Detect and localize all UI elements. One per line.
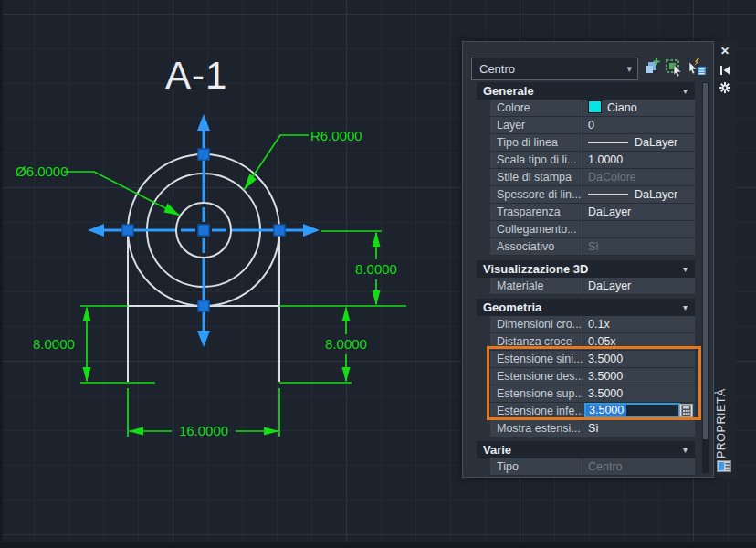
color-swatch-cyan (588, 100, 602, 113)
row-collegamento: Collegamento... (490, 221, 695, 238)
value-stile: DaColore (583, 169, 695, 185)
row-estensione-superiore: Estensione sup... 3.5000 (490, 385, 695, 403)
row-scala-tipo-linea: Scala tipo di li... 1.0000 (490, 152, 695, 169)
dim-label-diameter[interactable]: Ø6.0000 (16, 164, 68, 178)
lineweight-sample-icon (588, 194, 628, 195)
palette-properties-button[interactable] (717, 459, 732, 478)
panel-scrollbar-thumb[interactable] (703, 83, 708, 439)
pickadd-icon (644, 58, 661, 76)
quick-select-button[interactable] (688, 57, 708, 78)
section-header-generale[interactable]: Generale ▾ (477, 82, 695, 100)
quick-select-icon (688, 58, 707, 77)
select-objects-button[interactable] (665, 57, 685, 78)
calculator-button[interactable] (679, 404, 693, 417)
row-mostra-estensione: Mostra estensi... Sì (490, 420, 695, 437)
center-mark[interactable] (88, 114, 320, 347)
select-objects-icon (666, 58, 684, 77)
dimension-lines[interactable] (64, 135, 406, 437)
autohide-button[interactable] (714, 63, 736, 79)
autohide-pin-icon (719, 65, 730, 76)
value-materiale[interactable]: DaLayer (583, 278, 695, 294)
palette-tab-title[interactable]: PROPRIETÀ (715, 393, 735, 458)
viewport-bottom-edge (0, 542, 756, 548)
row-tipo: Tipo Centro (490, 458, 695, 476)
dim-label-radius[interactable]: R6.0000 (310, 129, 362, 142)
close-button[interactable]: ✕ (714, 44, 736, 60)
gear-icon (719, 81, 731, 94)
close-icon: ✕ (720, 45, 730, 58)
properties-palette-icon (717, 459, 732, 474)
value-estensione-sinistra[interactable]: 3.5000 (583, 351, 695, 367)
autocad-viewport: A-1 Ø6.0000 R6.0000 8.0000 8.0000 8.0000… (0, 0, 756, 548)
chevron-down-icon: ▾ (683, 299, 688, 316)
value-tipo: Centro (583, 458, 695, 475)
value-tipo-linea[interactable]: DaLayer (583, 134, 695, 151)
chevron-down-icon: ▾ (683, 441, 688, 458)
section-header-varie[interactable]: Varie ▾ (477, 441, 695, 458)
estensione-inferiore-input[interactable]: 3.5000 (584, 403, 680, 418)
row-layer: Layer 0 (490, 117, 695, 134)
palette-title-bar: ✕ PROPRIETÀ (714, 41, 736, 478)
chevron-down-icon: ▾ (626, 58, 632, 79)
row-associativo: Associativo Sì (490, 238, 695, 256)
row-estensione-sinistra: Estensione sini... 3.5000 (490, 351, 695, 368)
panel-scrollbar[interactable] (702, 82, 709, 473)
value-dimensioni-croce[interactable]: 0.1x (583, 316, 695, 332)
row-tipo-linea: Tipo di linea DaLayer (490, 134, 695, 152)
chevron-down-icon: ▾ (683, 82, 688, 100)
row-colore: Colore Ciano (490, 100, 695, 117)
calculator-icon (681, 405, 691, 416)
toggle-pickadd-button[interactable] (642, 57, 662, 78)
drawing-title-text[interactable]: A-1 (165, 57, 247, 95)
row-spessore-linea: Spessore di lin... DaLayer (490, 186, 695, 204)
value-mostra-estensione[interactable]: Sì (583, 420, 695, 437)
row-estensione-destra: Estensione des... 3.5000 (490, 368, 695, 385)
value-trasparenza[interactable]: DaLayer (583, 204, 695, 220)
row-estensione-inferiore: Estensione infe... 3.5000 (490, 403, 695, 420)
section-header-geometria[interactable]: Geometria ▾ (477, 299, 695, 316)
linetype-sample-icon (588, 142, 628, 143)
value-collegamento[interactable] (583, 221, 695, 237)
value-estensione-superiore[interactable]: 3.5000 (583, 385, 695, 402)
viewport-left-edge (0, 0, 3, 548)
object-type-dropdown[interactable]: Centro ▾ (471, 58, 638, 80)
properties-panel: Centro ▾ (462, 41, 714, 478)
object-type-value: Centro (479, 62, 515, 76)
row-dimensioni-croce: Dimensioni cro... 0.1x (490, 316, 695, 333)
row-stile-stampa: Stile di stampa DaColore (490, 169, 695, 186)
value-colore[interactable]: Ciano (583, 100, 695, 116)
value-distanza-croce[interactable]: 0.05x (583, 333, 695, 350)
row-trasparenza: Trasparenza DaLayer (490, 204, 695, 221)
palette-settings-button[interactable] (714, 81, 736, 98)
row-distanza-croce: Distanza croce 0.05x (490, 333, 695, 351)
dim-label-upper-right-height[interactable]: 8.0000 (355, 262, 397, 276)
value-scala[interactable]: 1.0000 (583, 152, 695, 168)
dim-label-right-height[interactable]: 8.0000 (325, 337, 367, 351)
value-associativo: Sì (583, 238, 695, 255)
dim-label-left-height[interactable]: 8.0000 (33, 337, 75, 351)
value-layer[interactable]: 0 (583, 117, 695, 133)
chevron-down-icon: ▾ (683, 260, 688, 278)
dim-label-bottom-width[interactable]: 16.0000 (177, 424, 230, 437)
value-spessore[interactable]: DaLayer (583, 186, 695, 203)
row-materiale: Materiale DaLayer (490, 278, 695, 295)
section-header-visualizzazione-3d[interactable]: Visualizzazione 3D ▾ (477, 260, 695, 278)
selected-input-text: 3.5000 (586, 405, 626, 416)
value-estensione-destra[interactable]: 3.5000 (583, 368, 695, 385)
